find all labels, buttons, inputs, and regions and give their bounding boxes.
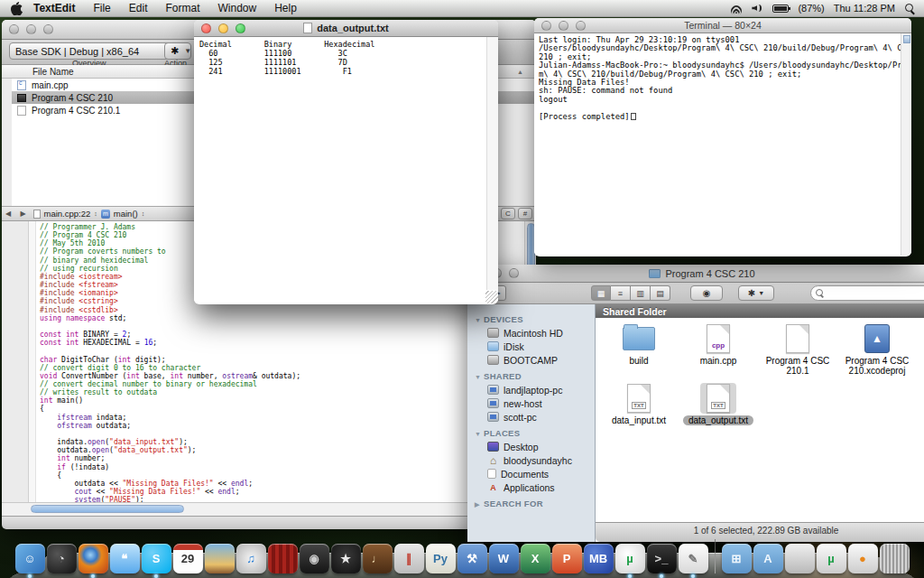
sidebar-item-bootcamp[interactable]: BOOTCAMP <box>467 353 595 367</box>
dock-icon-dashboard[interactable]: ◔ <box>47 544 77 573</box>
menu-item-window[interactable]: Window <box>218 2 257 14</box>
dock-icon-firefox[interactable] <box>79 544 108 573</box>
terminal-scrollbar[interactable] <box>901 33 911 256</box>
terminal-titlebar[interactable]: Terminal — 80×24 <box>534 18 911 33</box>
dock-icon-minimized-window-1[interactable] <box>785 544 815 573</box>
apple-menu[interactable] <box>11 2 23 15</box>
back-forward-buttons[interactable]: ◀ ▶ <box>5 210 30 218</box>
editor-hscrollbar[interactable] <box>2 502 536 516</box>
wifi-icon[interactable] <box>730 4 743 13</box>
file-grid-item[interactable]: TXTdata_output.txt <box>679 383 758 443</box>
quick-look-button[interactable]: ◉ <box>690 285 723 301</box>
view-switcher[interactable]: ▦ ≡ ▥ ▤ <box>591 285 670 301</box>
file-grid-item[interactable]: cppmain.cpp <box>679 323 758 383</box>
search-field[interactable] <box>810 285 924 301</box>
file-grid-item[interactable]: ▲Program 4 CSC 210.xcodeproj <box>837 323 917 383</box>
dock-icon-python-idle[interactable]: Py <box>426 544 456 573</box>
overview-dropdown[interactable]: Base SDK | Debug | x86_64 ▼ <box>9 42 188 60</box>
sidebar-item-label: scott-pc <box>504 412 537 423</box>
dock-icon-ms-powerpoint[interactable]: P <box>552 544 582 573</box>
dock-icon-windows-folder[interactable]: ⊞ <box>722 544 752 573</box>
dock-icon-imovie[interactable]: ★ <box>331 544 361 573</box>
menu-item-edit[interactable]: Edit <box>129 2 148 14</box>
sidebar-item-desktop[interactable]: Desktop <box>467 440 595 453</box>
sidebar-section-header[interactable]: ▼PLACES <box>467 424 595 440</box>
terminal-cursor <box>631 113 636 120</box>
menu-item-format[interactable]: Format <box>165 2 199 14</box>
action-button[interactable]: ✱▼ <box>164 42 191 60</box>
menu-clock[interactable]: Thu 11:28 PM <box>834 3 895 14</box>
textedit-titlebar[interactable]: data_output.txt <box>194 20 498 37</box>
coverflow-view-button[interactable]: ▤ <box>651 285 670 301</box>
file-grid-item[interactable]: TXTdata_input.txt <box>599 383 679 443</box>
dock-icon-applications-folder[interactable]: A <box>753 544 783 573</box>
window-controls[interactable] <box>201 23 245 33</box>
menu-item-help[interactable]: Help <box>274 2 297 14</box>
dock-icon-photo-booth[interactable] <box>268 544 298 573</box>
desktop-icon <box>487 442 499 452</box>
terminal-content[interactable]: Last login: Thu Apr 29 23:10:19 on ttys0… <box>534 33 911 256</box>
sidebar-section-header[interactable]: ▼SHARED <box>467 367 595 383</box>
dock-icon-textedit[interactable]: ✎ <box>679 544 708 573</box>
file-label: data_output.txt <box>683 415 753 425</box>
sidebar-item-macintosh-hd[interactable]: Macintosh HD <box>467 326 595 340</box>
sidebar-item-idisk[interactable]: iDisk <box>467 340 595 353</box>
dock-icon-minimized-window-2[interactable]: µ <box>817 544 846 573</box>
window-controls[interactable] <box>9 24 53 34</box>
sidebar-section-header[interactable]: ▶SEARCH FOR <box>467 494 595 510</box>
finder-titlebar[interactable]: Program 4 CSC 210 <box>467 265 924 283</box>
dock-icon-itunes[interactable]: ♫ <box>236 544 266 573</box>
sidebar-item-documents[interactable]: Documents <box>467 467 595 480</box>
spotlight-icon[interactable] <box>904 3 915 14</box>
menu-item-file[interactable]: File <box>93 2 110 14</box>
sidebar-item-new-host[interactable]: new-host <box>467 396 595 410</box>
dock-icon-skype[interactable]: S <box>142 544 171 573</box>
battery-icon[interactable] <box>772 5 789 13</box>
battery-percent: (87%) <box>798 3 824 14</box>
file-popup[interactable]: main.cpp:22 <box>44 209 91 219</box>
dock-icon-mb-app[interactable]: MB <box>584 544 614 573</box>
dock-icon-finder[interactable]: ☺ <box>15 544 45 573</box>
txt-badge: TXT <box>632 402 645 409</box>
textedit-content[interactable]: Decimal Binary Hexadecimal 60 111100 3C … <box>194 37 498 303</box>
sidebar-item-scott-pc[interactable]: scott-pc <box>467 410 595 424</box>
dock-icon-ichat[interactable]: ❝ <box>110 544 140 573</box>
triangle-down-icon: ▼ <box>475 431 484 437</box>
dock-icon-utorrent[interactable]: µ <box>615 544 645 573</box>
dock-icon-ical[interactable]: 29 <box>173 544 203 573</box>
file-name-column-header: File Name <box>32 67 74 77</box>
sidebar-section-header[interactable]: ▼DEVICES <box>467 310 595 326</box>
action-menu-button[interactable]: ✱ ▼ <box>738 285 774 301</box>
icon-view-button[interactable]: ▦ <box>591 285 611 301</box>
symbol-popup[interactable]: main() <box>114 209 138 219</box>
dock-icon-parallels[interactable]: ∥ <box>394 544 424 573</box>
dock-icon-iphoto[interactable] <box>205 544 235 573</box>
dock-icon-terminal[interactable]: >_ <box>647 544 677 573</box>
dock-icon-trash[interactable] <box>880 544 910 573</box>
navbar-mini-button[interactable]: # <box>518 208 532 219</box>
sidebar-item-bloodysundayhc[interactable]: ⌂bloodysundayhc <box>467 453 595 467</box>
menu-item-app[interactable]: TextEdit <box>33 2 75 14</box>
document-text[interactable]: Decimal Binary Hexadecimal 60 111100 3C … <box>194 37 498 79</box>
dock-icon-ms-excel[interactable]: X <box>521 544 550 573</box>
sidebar-item-landjlaptop-pc[interactable]: landjlaptop-pc <box>467 383 595 396</box>
txt-file-icon: TXT <box>700 383 736 414</box>
window-controls[interactable] <box>541 21 586 31</box>
dock-icon-aperture[interactable]: ◉ <box>300 544 329 573</box>
dock-icon-minimized-window-3[interactable]: ● <box>848 544 878 573</box>
textedit-scrollbar[interactable] <box>486 37 498 290</box>
running-indicator <box>28 574 32 578</box>
file-grid-item[interactable]: Program 4 CSC 210.1 <box>758 323 837 383</box>
dock-icon-xcode[interactable]: ⚒ <box>457 544 487 573</box>
folder-icon <box>623 327 655 350</box>
dock-icon-ms-word[interactable]: W <box>489 544 519 573</box>
file-grid-item[interactable]: build <box>599 323 679 383</box>
resize-grip[interactable] <box>485 291 498 303</box>
terminal-text: Last login: Thu Apr 29 23:10:19 on ttys0… <box>534 33 911 124</box>
sidebar-item-applications[interactable]: AApplications <box>467 480 595 494</box>
dock-icon-garageband[interactable]: ♩ <box>363 544 393 573</box>
navbar-mini-button[interactable]: C <box>501 208 515 219</box>
column-view-button[interactable]: ▥ <box>631 285 651 301</box>
volume-icon[interactable] <box>752 4 763 13</box>
list-view-button[interactable]: ≡ <box>611 285 631 301</box>
